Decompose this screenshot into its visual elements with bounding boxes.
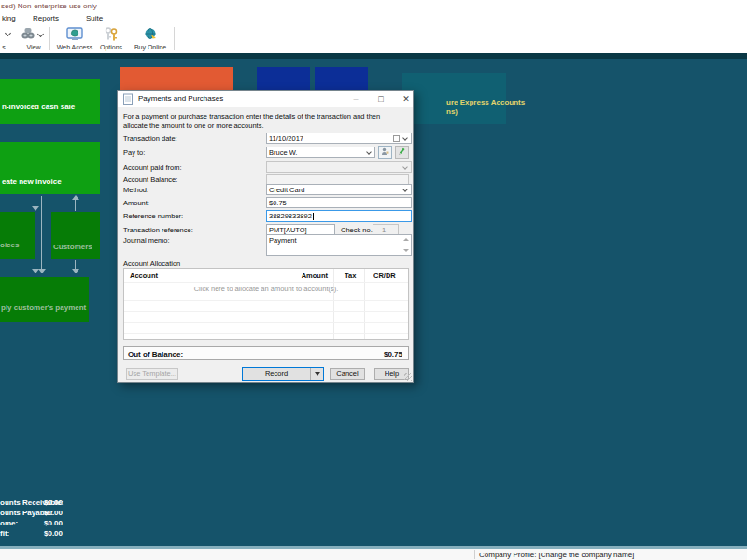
chevron-down-icon[interactable] — [402, 187, 408, 192]
flow-arrowhead — [72, 195, 79, 200]
column-divider — [364, 269, 365, 339]
method-value: Credit Card — [269, 186, 304, 194]
transaction-reference-label: Transaction reference: — [123, 226, 193, 234]
account-paid-from-combobox[interactable] — [266, 161, 412, 173]
scroll-up-icon[interactable] — [403, 238, 409, 241]
flow-block-invoices[interactable]: oices — [0, 212, 35, 259]
summary-value: $0.00 — [44, 509, 63, 517]
reference-number-label: Reference number: — [123, 212, 183, 220]
menubar: king Reports Suite — [0, 12, 747, 24]
flow-block-label: Customers — [53, 243, 92, 251]
account-allocation-section-label: Account Allocation — [123, 259, 180, 268]
column-divider — [275, 269, 275, 339]
flow-arrowhead — [32, 206, 39, 211]
header-dark-band — [0, 53, 747, 59]
buy-online-button[interactable]: Buy Online — [131, 25, 170, 49]
check-no-label: Check no.: — [341, 226, 374, 234]
express-accounts-text-line2: ns) — [446, 107, 458, 116]
toolbar-cut-item[interactable]: s — [0, 44, 7, 50]
edit-pencil-icon — [398, 147, 406, 156]
column-divider — [333, 269, 334, 339]
contact-person-icon — [381, 147, 389, 156]
view-button[interactable]: View — [17, 25, 50, 49]
account-allocation-table[interactable]: Account Amount Tax CR/DR Click here to a… — [123, 268, 409, 340]
summary-value: $0.00 — [44, 529, 63, 538]
titlebar: sed) Non-enterprise use only — [0, 0, 747, 12]
record-split-button[interactable]: Record — [242, 367, 324, 381]
column-header-amount: Amount — [292, 272, 328, 280]
menu-reports[interactable]: Reports — [33, 14, 59, 22]
chevron-down-icon — [5, 30, 11, 36]
flow-block-apply-payment[interactable]: ply customer's payment — [0, 277, 89, 322]
flow-block-blue-2[interactable] — [315, 67, 368, 91]
chevron-down-icon[interactable] — [402, 135, 408, 141]
column-header-account: Account — [130, 272, 158, 280]
row-divider — [124, 322, 408, 323]
flow-arrow — [75, 199, 76, 211]
method-combobox[interactable]: Credit Card — [266, 184, 412, 195]
record-dropdown-icon[interactable] — [315, 372, 320, 376]
summary-row: ounts Receivable: $0.00 — [0, 498, 63, 507]
use-template-button: Use Template... — [126, 368, 178, 380]
account-balance-label: Account Balance: — [123, 175, 177, 184]
flow-block-customers[interactable]: Customers — [51, 212, 100, 259]
amount-label: Amount: — [123, 199, 149, 207]
reference-number-field[interactable]: 38829833892 — [266, 210, 412, 222]
pay-to-label: Pay to: — [123, 148, 145, 157]
web-access-label: Web Access — [54, 44, 95, 50]
flow-block-label: ply customer's payment — [1, 303, 86, 312]
flow-block-label: oices — [0, 241, 19, 249]
buy-online-globe-icon — [143, 27, 158, 41]
row-divider — [124, 333, 408, 334]
record-button[interactable]: Record — [243, 368, 310, 380]
statusbar-divider — [474, 550, 475, 559]
company-profile-status[interactable]: Company Profile: [Change the company nam… — [479, 551, 634, 559]
app-window: sed) Non-enterprise use only king Report… — [0, 0, 747, 560]
transaction-date-label: Transaction date: — [123, 134, 177, 143]
options-button[interactable]: Options — [95, 25, 127, 49]
flow-arrowhead — [38, 269, 46, 273]
flow-arrowhead — [32, 269, 39, 273]
pay-to-edit-button[interactable] — [395, 146, 409, 159]
chevron-down-icon[interactable] — [366, 149, 372, 155]
transaction-date-field[interactable]: 11/10/2017 — [266, 133, 412, 144]
flow-block-blue-1[interactable] — [257, 67, 310, 91]
maximize-button[interactable]: □ — [373, 92, 389, 105]
web-access-icon — [66, 27, 83, 41]
split-divider — [310, 368, 311, 380]
resize-grip[interactable] — [404, 373, 412, 381]
transaction-date-value: 11/10/2017 — [269, 134, 303, 143]
flow-block-new-invoice[interactable]: eate new invoice — [0, 142, 100, 194]
out-of-balance-value: $0.75 — [384, 350, 402, 358]
chevron-down-icon — [37, 31, 44, 37]
options-label: Options — [95, 44, 127, 50]
pay-to-combobox[interactable]: Bruce W. — [266, 147, 375, 158]
window-title: sed) Non-enterprise use only — [1, 2, 97, 10]
cancel-button[interactable]: Cancel — [330, 368, 365, 380]
payments-purchases-dialog: Payments and Purchases – □ ✕ For a payme… — [117, 90, 414, 383]
journal-memo-field[interactable]: Payment — [266, 234, 412, 256]
journal-memo-label: Journal memo: — [123, 236, 170, 245]
close-button[interactable]: ✕ — [398, 92, 415, 105]
flow-arrowhead — [72, 269, 79, 273]
menu-suite[interactable]: Suite — [86, 14, 103, 22]
web-access-button[interactable]: Web Access — [54, 25, 95, 49]
scroll-down-icon[interactable] — [403, 249, 409, 252]
out-of-balance-bar: Out of Balance: $0.75 — [123, 346, 409, 360]
buy-online-label: Buy Online — [131, 44, 170, 50]
flow-block-cash-sale[interactable]: n-invoiced cash sale — [0, 79, 100, 124]
menu-banking[interactable]: king — [2, 14, 16, 22]
check-no-value: 1 — [382, 226, 386, 234]
pay-to-contact-button[interactable] — [378, 146, 392, 159]
express-accounts-text-line1: ure Express Accounts — [446, 98, 525, 106]
flow-arrow — [41, 196, 42, 271]
allocation-empty-text[interactable]: Click here to allocate an amount to acco… — [124, 285, 408, 293]
view-button-label: View — [17, 44, 50, 50]
binoculars-icon — [21, 27, 35, 40]
amount-field[interactable]: $0.75 — [266, 197, 412, 208]
statusbar: Company Profile: [Change the company nam… — [0, 549, 747, 560]
summary-row: ome: $0.00 — [0, 519, 18, 527]
dialog-titlebar[interactable]: Payments and Purchases – □ ✕ — [118, 91, 413, 107]
summary-value: $0.00 — [44, 519, 63, 527]
method-label: Method: — [123, 186, 148, 194]
